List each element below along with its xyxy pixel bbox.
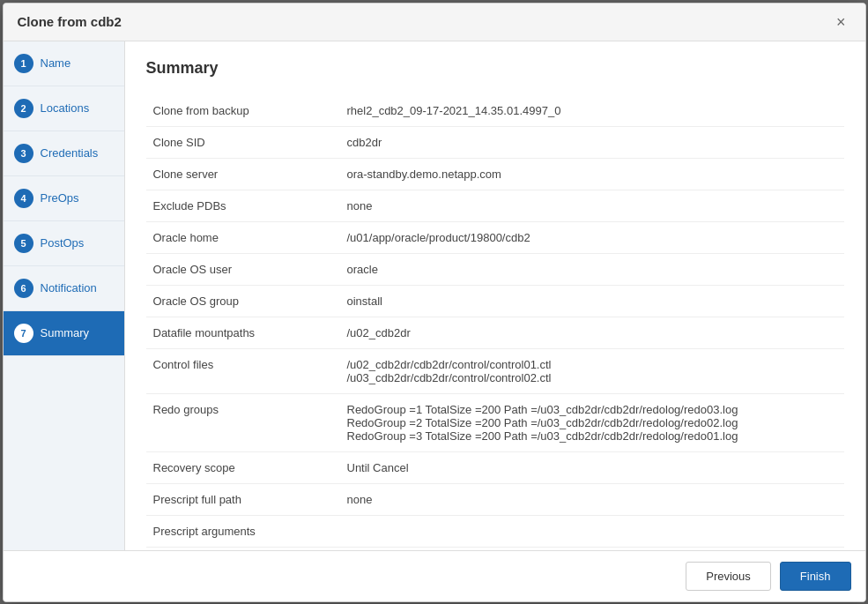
row-label: Oracle OS group [146, 285, 340, 317]
table-row: Oracle OS groupoinstall [146, 285, 844, 317]
table-row: Clone from backuprhel2_cdb2_09-17-2021_1… [146, 95, 844, 127]
step-circle-1: 1 [14, 54, 33, 73]
sidebar-item-label: PreOps [41, 191, 79, 205]
sidebar-item-postops[interactable]: 5PostOps [4, 221, 124, 266]
row-value: Until Cancel [340, 451, 844, 483]
step-circle-3: 3 [14, 144, 33, 163]
row-value: /u02_cdb2dr/cdb2dr/control/control01.ctl… [340, 348, 844, 393]
row-value: RedoGroup =1 TotalSize =200 Path =/u03_c… [340, 393, 844, 451]
row-label: Datafile mountpaths [146, 317, 340, 348]
row-label: Redo groups [146, 393, 340, 451]
sidebar-item-label: Notification [41, 281, 97, 295]
sidebar-item-notification[interactable]: 6Notification [4, 266, 124, 311]
table-row: Recovery scopeUntil Cancel [146, 451, 844, 483]
modal-footer: Previous Finish [4, 550, 865, 601]
sidebar-item-label: PostOps [41, 236, 85, 250]
step-circle-6: 6 [14, 279, 33, 298]
sidebar: 1Name2Locations3Credentials4PreOps5PostO… [4, 41, 125, 550]
modal-body: 1Name2Locations3Credentials4PreOps5PostO… [4, 41, 865, 550]
step-circle-2: 2 [14, 99, 33, 118]
row-label: Prescript arguments [146, 515, 340, 547]
modal-overlay: Clone from cdb2 × 1Name2Locations3Creden… [0, 0, 868, 604]
table-row: Clone serverora-standby.demo.netapp.com [146, 158, 844, 190]
table-row: Prescript full pathnone [146, 483, 844, 515]
table-row: Postscript full pathnone [146, 547, 844, 550]
row-value: none [340, 547, 844, 550]
table-row: Control files/u02_cdb2dr/cdb2dr/control/… [146, 348, 844, 393]
row-label: Exclude PDBs [146, 190, 340, 221]
row-value [340, 515, 844, 547]
sidebar-item-preops[interactable]: 4PreOps [4, 176, 124, 221]
row-value: cdb2dr [340, 126, 844, 158]
table-row: Prescript arguments [146, 515, 844, 547]
sidebar-item-label: Locations [41, 101, 90, 115]
row-label: Prescript full path [146, 483, 340, 515]
row-value: rhel2_cdb2_09-17-2021_14.35.01.4997_0 [340, 95, 844, 127]
row-value: /u02_cdb2dr [340, 317, 844, 348]
table-row: Clone SIDcdb2dr [146, 126, 844, 158]
row-label: Clone server [146, 158, 340, 190]
sidebar-item-name[interactable]: 1Name [4, 41, 124, 86]
sidebar-item-summary[interactable]: 7Summary [4, 311, 124, 356]
table-row: Exclude PDBsnone [146, 190, 844, 221]
sidebar-item-label: Summary [41, 326, 90, 339]
main-content: Summary Clone from backuprhel2_cdb2_09-1… [125, 41, 865, 550]
summary-table: Clone from backuprhel2_cdb2_09-17-2021_1… [146, 95, 844, 550]
sidebar-item-label: Credentials [41, 146, 99, 160]
row-label: Recovery scope [146, 451, 340, 483]
modal-title: Clone from cdb2 [18, 14, 122, 29]
row-value: oinstall [340, 285, 844, 317]
row-label: Control files [146, 348, 340, 393]
content-area[interactable]: Summary Clone from backuprhel2_cdb2_09-1… [125, 41, 865, 550]
row-value: oracle [340, 253, 844, 285]
row-value: /u01/app/oracle/product/19800/cdb2 [340, 221, 844, 253]
table-row: Redo groupsRedoGroup =1 TotalSize =200 P… [146, 393, 844, 451]
close-button[interactable]: × [831, 12, 851, 32]
row-label: Clone from backup [146, 95, 340, 127]
sidebar-item-label: Name [41, 56, 71, 70]
table-row: Datafile mountpaths/u02_cdb2dr [146, 317, 844, 348]
sidebar-item-locations[interactable]: 2Locations [4, 86, 124, 131]
previous-button[interactable]: Previous [686, 562, 771, 591]
modal: Clone from cdb2 × 1Name2Locations3Creden… [3, 3, 866, 602]
row-label: Oracle home [146, 221, 340, 253]
table-row: Oracle OS useroracle [146, 253, 844, 285]
row-value: none [340, 483, 844, 515]
row-label: Clone SID [146, 126, 340, 158]
table-row: Oracle home/u01/app/oracle/product/19800… [146, 221, 844, 253]
row-label: Oracle OS user [146, 253, 340, 285]
sidebar-item-credentials[interactable]: 3Credentials [4, 131, 124, 176]
row-label: Postscript full path [146, 547, 340, 550]
finish-button[interactable]: Finish [780, 562, 851, 591]
step-circle-7: 7 [14, 324, 33, 343]
step-circle-4: 4 [14, 189, 33, 208]
row-value: ora-standby.demo.netapp.com [340, 158, 844, 190]
row-value: none [340, 190, 844, 221]
modal-header: Clone from cdb2 × [4, 4, 865, 41]
step-circle-5: 5 [14, 234, 33, 253]
content-title: Summary [146, 59, 844, 78]
